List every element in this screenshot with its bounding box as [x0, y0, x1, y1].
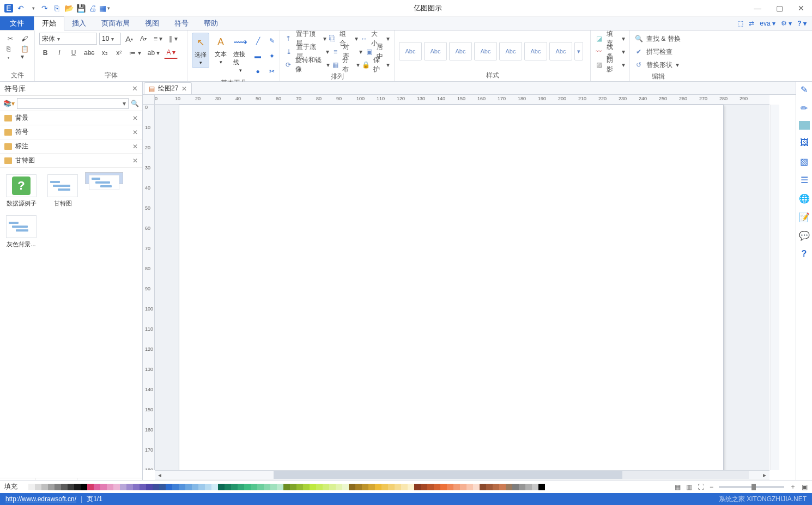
color-swatches[interactable] — [22, 484, 545, 490]
scrollbar-vertical[interactable] — [771, 105, 779, 470]
help-panel-icon[interactable]: ? — [799, 248, 810, 259]
sidebar-close-icon[interactable]: ✕ — [132, 84, 138, 93]
shape-anchor-icon[interactable]: ✦ — [266, 50, 278, 62]
style-3[interactable]: Abc — [449, 42, 472, 60]
thumb-grey-bg[interactable]: 灰色背景... — [2, 213, 40, 251]
footer-url[interactable]: http://www.edrawsoft.cn/ — [5, 495, 76, 503]
user-menu[interactable]: eva ▾ — [760, 20, 775, 27]
font-shrink-icon[interactable]: A▾ — [137, 33, 149, 45]
comment-icon[interactable]: 💬 — [799, 230, 810, 241]
font-size-select[interactable]: 10▾ — [99, 33, 121, 45]
close-icon[interactable]: ✕ — [132, 143, 138, 150]
text-panel-icon[interactable]: ☰ — [799, 174, 810, 185]
rect-shape-icon[interactable]: ▬ — [252, 50, 264, 62]
view-outline-icon[interactable]: ▥ — [686, 483, 692, 491]
tab-insert[interactable]: 插入 — [64, 16, 94, 30]
style-7[interactable]: Abc — [549, 42, 572, 60]
sidebar-search-icon[interactable]: 🔍 — [131, 100, 139, 107]
swap-shape-button[interactable]: ↺替换形状 ▾ — [634, 59, 681, 71]
new-icon[interactable]: ⎘ — [52, 4, 61, 13]
style-6[interactable]: Abc — [524, 42, 547, 60]
font-name-select[interactable]: 宋体▾ — [39, 33, 97, 45]
cut-icon[interactable]: ✂ — [4, 33, 16, 45]
pencil-icon[interactable]: ✎ — [266, 35, 278, 47]
tab-symbols[interactable]: 符号 — [167, 16, 196, 30]
canvas-page[interactable] — [179, 105, 724, 470]
distribute-button[interactable]: ▦分布 ▾ — [332, 59, 360, 71]
close-icon[interactable]: ✕ — [132, 157, 138, 165]
superscript-button[interactable]: x² — [113, 47, 125, 59]
zoom-slider[interactable] — [719, 486, 784, 488]
sidebar-cat-gantt[interactable]: 甘特图✕ — [0, 154, 142, 168]
layout-icon[interactable]: ▦ — [100, 4, 109, 13]
strike-button[interactable]: abc — [82, 47, 96, 59]
font-grow-icon[interactable]: A▴ — [123, 33, 135, 45]
underline-button[interactable]: U — [68, 47, 80, 59]
paste-icon[interactable]: 📋 ▾ — [19, 47, 31, 59]
close-icon[interactable]: ✕ — [132, 114, 138, 122]
color-swatch-icon[interactable] — [799, 121, 810, 130]
crop-icon[interactable]: ✂ — [266, 65, 278, 77]
shadow-button[interactable]: ▨阴影 ▾ — [595, 59, 625, 71]
tab-page-layout[interactable]: 页面布局 — [94, 16, 137, 30]
close-icon[interactable]: ✕ — [132, 129, 138, 136]
share-icon[interactable]: ⇄ — [749, 20, 754, 27]
sidebar-search-input[interactable]: ▾ — [17, 98, 129, 109]
protect-button[interactable]: 🔒保护 ▾ — [362, 59, 390, 71]
italic-button[interactable]: I — [53, 47, 65, 59]
settings-icon[interactable]: ⚙ ▾ — [781, 20, 792, 27]
style-1[interactable]: Abc — [399, 42, 422, 60]
thumb-gantt[interactable]: 甘特图 — [44, 172, 82, 210]
redo-icon[interactable]: ↷ — [40, 4, 49, 13]
thumb-white-bg-gantt[interactable]: 白背景甘... — [85, 172, 123, 184]
spell-check-button[interactable]: ✔拼写检查 — [634, 46, 681, 58]
view-full-icon[interactable]: ⛶ — [698, 483, 704, 491]
zoom-out-icon[interactable]: − — [710, 483, 713, 491]
print-icon[interactable]: 🖨 — [88, 4, 97, 13]
document-tab[interactable]: ▤ 绘图27 ✕ — [144, 82, 192, 94]
pen-icon[interactable]: ✏ — [799, 102, 810, 113]
rotate-button[interactable]: ⟳旋转和镜像 ▾ — [284, 59, 330, 71]
highlight-icon[interactable]: ab ▾ — [146, 47, 162, 59]
sidebar-cat-callout[interactable]: 标注✕ — [0, 139, 142, 154]
note-icon[interactable]: 📝 — [799, 211, 810, 222]
copy-icon[interactable]: ⎘ ▾ — [4, 47, 16, 59]
tab-view[interactable]: 视图 — [137, 16, 167, 30]
find-replace-button[interactable]: 🔍查找 & 替换 — [634, 33, 681, 45]
help-icon[interactable]: ? ▾ — [797, 20, 807, 27]
font-color-icon[interactable]: A ▾ — [164, 47, 178, 59]
minimize-button[interactable]: — — [747, 0, 768, 16]
style-gallery[interactable]: Abc Abc Abc Abc Abc Abc Abc ▾ — [399, 42, 583, 60]
layer-icon[interactable]: ▧ — [799, 156, 810, 167]
sidebar-cat-symbols[interactable]: 符号✕ — [0, 125, 142, 139]
eyedropper-icon[interactable]: ✎ — [799, 84, 810, 95]
zoom-in-icon[interactable]: ＋ — [790, 482, 796, 491]
doc-tab-close-icon[interactable]: ✕ — [181, 85, 187, 93]
thumb-datasource-example[interactable]: ? 数据源例子 — [2, 172, 40, 210]
style-5[interactable]: Abc — [499, 42, 522, 60]
undo-icon[interactable]: ↶ — [16, 4, 25, 13]
picture-icon[interactable]: 🖼 — [799, 137, 810, 148]
text-tool[interactable]: A文本▾ — [213, 33, 229, 67]
app-icon[interactable]: E — [4, 4, 13, 13]
globe-icon[interactable]: 🌐 — [799, 193, 810, 204]
style-2[interactable]: Abc — [424, 42, 447, 60]
tab-help[interactable]: 帮助 — [196, 16, 226, 30]
tab-file[interactable]: 文件 — [0, 16, 34, 30]
align-icon[interactable]: ≡ ▾ — [152, 33, 165, 45]
save-icon[interactable]: 💾 — [76, 4, 85, 13]
canvas-viewport[interactable] — [155, 105, 769, 470]
sidebar-cat-background[interactable]: 背景✕ — [0, 111, 142, 125]
scrollbar-horizontal[interactable]: ◂ ▸ — [155, 470, 769, 479]
ellipse-shape-icon[interactable]: ● — [252, 65, 264, 77]
select-tool[interactable]: ↖选择▾ — [192, 33, 209, 68]
format-painter-icon[interactable]: 🖌 — [19, 33, 31, 45]
undo-dropdown[interactable] — [28, 4, 37, 13]
zoom-fit-icon[interactable]: ▣ — [802, 483, 808, 491]
style-more[interactable]: ▾ — [574, 42, 583, 60]
tab-home[interactable]: 开始 — [34, 16, 64, 31]
close-button[interactable]: ✕ — [790, 0, 812, 16]
line-spacing-icon[interactable]: ‖ ▾ — [167, 33, 179, 45]
connector-tool[interactable]: ⟿连接线▾ — [232, 33, 249, 75]
export-icon[interactable]: ⬚ — [737, 20, 743, 27]
